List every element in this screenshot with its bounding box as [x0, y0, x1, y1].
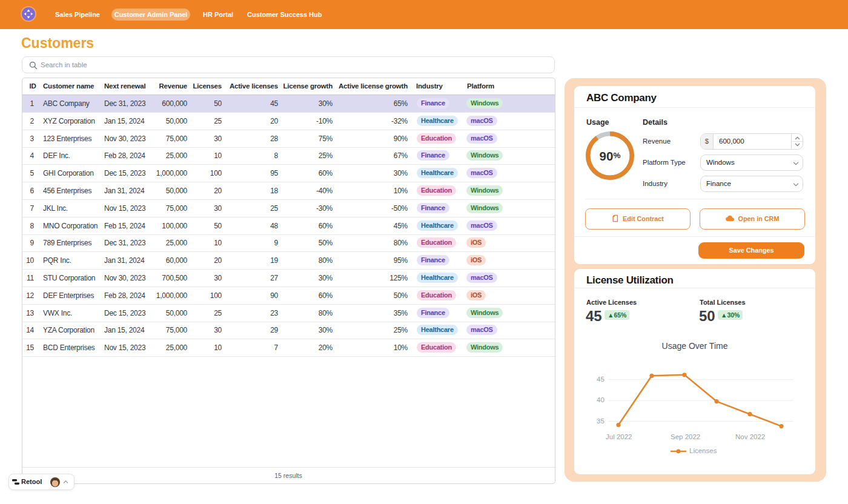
- svg-text:90: 90: [600, 149, 614, 163]
- svg-text:%: %: [614, 151, 621, 160]
